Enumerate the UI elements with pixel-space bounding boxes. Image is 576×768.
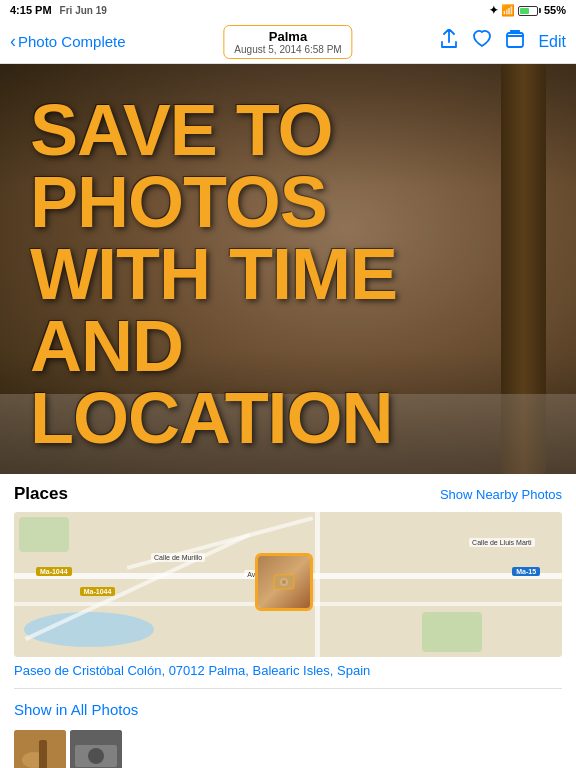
map-shield-1: Ma-1044 (36, 567, 72, 576)
thumbnails-row (14, 726, 562, 768)
status-time: 4:15 PM (10, 4, 52, 16)
edit-button[interactable]: Edit (538, 33, 566, 51)
map-road-label-3: Calle de Lluis Marti (469, 538, 535, 547)
chevron-left-icon: ‹ (10, 31, 16, 52)
map-shield-3: Ma-15 (512, 567, 540, 576)
battery-icon (518, 5, 541, 16)
thumbnail-1[interactable] (14, 730, 66, 768)
photo-display: SAVE TO PHOTOS WITH TIME AND LOCATION (0, 64, 576, 474)
location-name: Palma (234, 29, 341, 44)
svg-rect-0 (507, 33, 523, 47)
back-label: Photo Complete (18, 33, 126, 50)
back-button[interactable]: ‹ Photo Complete (10, 31, 126, 52)
show-all-photos-button[interactable]: Show in All Photos (14, 699, 562, 726)
svg-point-9 (88, 748, 104, 764)
status-day: Fri Jun 19 (60, 5, 107, 16)
delete-icon[interactable] (506, 29, 524, 54)
map-green-area-2 (19, 517, 69, 552)
svg-rect-6 (39, 740, 47, 768)
photo-text-overlay: SAVE TO PHOTOS WITH TIME AND LOCATION (30, 94, 486, 454)
map-road-label-1: Calle de Murillo (151, 553, 205, 562)
map-photo-pin[interactable] (255, 553, 313, 611)
svg-point-3 (282, 580, 286, 584)
thumbnail-2[interactable] (70, 730, 122, 768)
share-icon[interactable] (440, 29, 458, 54)
map-shield-2: Ma-1044 (80, 587, 116, 596)
status-bar: 4:15 PM Fri Jun 19 ✦ 📶 55% (0, 0, 576, 20)
map-road-vertical-1 (315, 512, 320, 657)
nav-actions: Edit (440, 29, 566, 54)
show-nearby-button[interactable]: Show Nearby Photos (440, 487, 562, 502)
battery-percentage: 55% (544, 4, 566, 16)
favorite-icon[interactable] (472, 30, 492, 53)
wifi-icon: 📶 (501, 4, 515, 17)
map-pin-thumbnail (258, 556, 310, 608)
map-background: Calle de Murillo Av. de Jaume III Calle … (14, 512, 562, 657)
location-badge[interactable]: Palma August 5, 2014 6:58 PM (223, 25, 352, 59)
map-view[interactable]: Calle de Murillo Av. de Jaume III Calle … (14, 512, 562, 657)
brightness-icon: ✦ (489, 4, 498, 17)
photo-main-text: SAVE TO PHOTOS WITH TIME AND LOCATION (30, 94, 486, 454)
places-title: Places (14, 484, 68, 504)
places-header: Places Show Nearby Photos (14, 484, 562, 504)
address-text[interactable]: Paseo de Cristóbal Colón, 07012 Palma, B… (14, 663, 562, 678)
divider-1 (14, 688, 562, 689)
nav-bar: ‹ Photo Complete Palma August 5, 2014 6:… (0, 20, 576, 64)
map-green-area-1 (422, 612, 482, 652)
places-section: Places Show Nearby Photos Calle de Muril… (0, 474, 576, 768)
location-date: August 5, 2014 6:58 PM (234, 44, 341, 55)
